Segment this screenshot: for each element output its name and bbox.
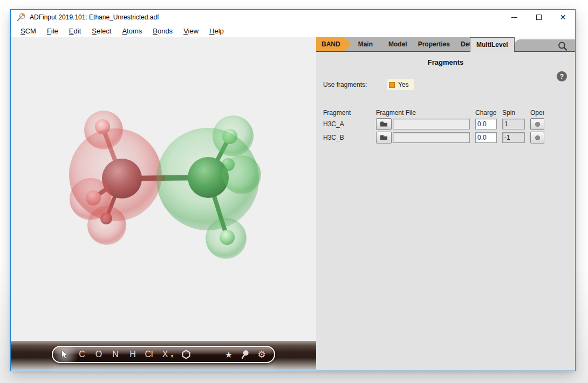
tab-band[interactable]: BAND <box>316 37 351 51</box>
menu-bonds[interactable]: Bonds <box>147 26 178 36</box>
element-x-button[interactable]: X <box>162 350 168 359</box>
element-n-button[interactable]: N <box>112 350 119 359</box>
options-panel: BAND Main Model Properties Details Multi… <box>316 37 575 371</box>
page-title: Fragments <box>316 52 575 66</box>
folder-icon <box>380 134 388 141</box>
menu-bar: SCM File Edit Select Atoms Bonds View He… <box>11 25 575 37</box>
menu-file[interactable]: File <box>42 26 64 36</box>
charge-input[interactable]: 0.0 <box>475 119 497 129</box>
tab-model[interactable]: Model <box>383 37 413 51</box>
menu-select[interactable]: Select <box>86 26 117 36</box>
col-header-charge: Charge <box>475 107 497 117</box>
settings-gear-icon[interactable]: ⚙ <box>257 349 265 360</box>
element-h-button[interactable]: H <box>129 350 136 359</box>
app-window: ADFinput 2019.101: Ethane_Unrestricted.a… <box>10 9 576 371</box>
element-c-button[interactable]: C <box>79 350 85 359</box>
fragment-b-sphere <box>156 128 259 230</box>
open-fragment-button[interactable] <box>530 132 544 143</box>
toolbar-reflection <box>52 364 275 371</box>
fragment-a-sphere <box>69 128 162 221</box>
search-icon[interactable] <box>557 41 568 52</box>
element-o-button[interactable]: O <box>95 350 102 359</box>
maximize-icon <box>536 15 542 20</box>
minimize-button[interactable] <box>502 10 527 25</box>
browse-file-button[interactable] <box>376 118 392 130</box>
dot-icon <box>535 122 540 127</box>
ethane-molecule <box>11 37 316 341</box>
tab-bar: BAND Main Model Properties Details Multi… <box>316 37 575 52</box>
menu-atoms[interactable]: Atoms <box>117 26 147 36</box>
menu-edit[interactable]: Edit <box>64 26 86 36</box>
close-icon: ✕ <box>560 13 566 21</box>
spin-input[interactable]: -1 <box>502 132 525 143</box>
search-box[interactable] <box>515 39 575 52</box>
element-cl-button[interactable]: Cl <box>145 350 153 359</box>
help-button[interactable]: ? <box>557 71 567 81</box>
use-fragments-toggle[interactable]: Yes <box>387 79 414 90</box>
balloon-tool-icon[interactable] <box>241 350 249 359</box>
molecule-viewer: C O N H Cl X ▾ ★ ⚙ <box>11 37 316 371</box>
use-fragments-label: Use fragments: <box>323 81 387 88</box>
tab-strip: BAND Main Model Properties Details <box>316 37 470 52</box>
fragment-file-input[interactable] <box>393 119 470 129</box>
element-dropdown-arrow-icon[interactable]: ▾ <box>171 353 174 359</box>
fragments-table: Fragment Fragment File Charge Spin Open … <box>323 107 575 145</box>
spin-input[interactable]: 1 <box>502 119 525 129</box>
charge-input[interactable]: 0.0 <box>475 132 497 143</box>
molecule-canvas[interactable] <box>11 37 316 341</box>
menu-scm[interactable]: SCM <box>15 26 42 36</box>
tab-multilevel-active[interactable]: MultiLevel <box>470 37 515 52</box>
col-header-open: Open <box>530 107 544 117</box>
open-fragment-button[interactable] <box>530 118 544 130</box>
minimize-icon <box>511 17 517 18</box>
maximize-button[interactable] <box>527 10 551 25</box>
dot-icon <box>535 135 540 140</box>
title-bar: ADFinput 2019.101: Ethane_Unrestricted.a… <box>11 10 575 25</box>
atom-toolbar: C O N H Cl X ▾ ★ ⚙ <box>52 346 275 363</box>
checkbox-checked-icon <box>389 82 395 88</box>
folder-icon <box>380 121 388 127</box>
col-header-fragment-file: Fragment File <box>376 107 470 117</box>
browse-file-button[interactable] <box>376 132 392 143</box>
menu-help[interactable]: Help <box>204 26 229 36</box>
use-fragments-value: Yes <box>398 81 409 88</box>
ring-tool-icon[interactable] <box>182 350 191 359</box>
viewer-toolbar-band: C O N H Cl X ▾ ★ ⚙ <box>11 341 316 370</box>
menu-view[interactable]: View <box>178 26 204 36</box>
fragments-panel: Fragments ? Use fragments: Yes Fragment … <box>316 52 575 371</box>
fragment-name: H3C_A <box>323 120 371 128</box>
fragment-file-input[interactable] <box>393 132 470 143</box>
close-button[interactable]: ✕ <box>551 10 575 25</box>
app-magnifier-icon <box>16 12 26 22</box>
tab-properties[interactable]: Properties <box>413 37 455 51</box>
fragment-name: H3C_B <box>323 134 371 141</box>
structures-star-icon[interactable]: ★ <box>225 350 233 360</box>
col-header-spin: Spin <box>502 107 525 117</box>
pointer-tool-icon[interactable] <box>61 350 69 359</box>
col-header-fragment: Fragment <box>323 107 371 117</box>
tab-main[interactable]: Main <box>353 37 378 51</box>
window-title: ADFinput 2019.101: Ethane_Unrestricted.a… <box>30 13 159 21</box>
